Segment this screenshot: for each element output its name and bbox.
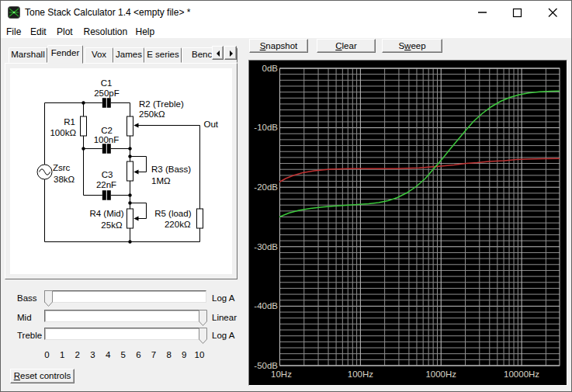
svg-text:0dB: 0dB <box>262 64 279 73</box>
svg-text:C3: C3 <box>102 170 113 179</box>
svg-text:-20dB: -20dB <box>254 182 278 192</box>
svg-text:25kΩ: 25kΩ <box>101 220 123 230</box>
svg-text:10000Hz: 10000Hz <box>504 369 539 379</box>
svg-text:C2: C2 <box>101 126 113 135</box>
svg-text:38kΩ: 38kΩ <box>54 175 75 184</box>
svg-text:1MΩ: 1MΩ <box>151 176 171 186</box>
svg-text:-30dB: -30dB <box>254 242 278 252</box>
svg-text:10Hz: 10Hz <box>271 369 292 379</box>
svg-text:100Hz: 100Hz <box>348 369 373 379</box>
svg-text:R1: R1 <box>64 117 75 127</box>
svg-text:R5 (load): R5 (load) <box>154 209 191 218</box>
svg-text:100kΩ: 100kΩ <box>50 128 76 137</box>
svg-text:Zsrc: Zsrc <box>53 163 71 172</box>
svg-text:220kΩ: 220kΩ <box>165 220 191 229</box>
svg-text:-50dB: -50dB <box>254 361 278 370</box>
svg-text:250pF: 250pF <box>94 88 120 98</box>
svg-text:100nF: 100nF <box>94 135 120 144</box>
svg-text:22nF: 22nF <box>96 180 116 189</box>
svg-text:250kΩ: 250kΩ <box>139 109 165 119</box>
svg-text:R2 (Treble): R2 (Treble) <box>139 99 184 109</box>
svg-text:R4 (Mid): R4 (Mid) <box>89 209 123 218</box>
svg-text:C1: C1 <box>101 78 113 88</box>
svg-text:-10dB: -10dB <box>254 123 278 132</box>
svg-text:Out: Out <box>204 120 219 129</box>
svg-text:-40dB: -40dB <box>254 301 278 310</box>
svg-text:R3 (Bass): R3 (Bass) <box>151 165 191 174</box>
svg-text:1000Hz: 1000Hz <box>425 369 456 379</box>
